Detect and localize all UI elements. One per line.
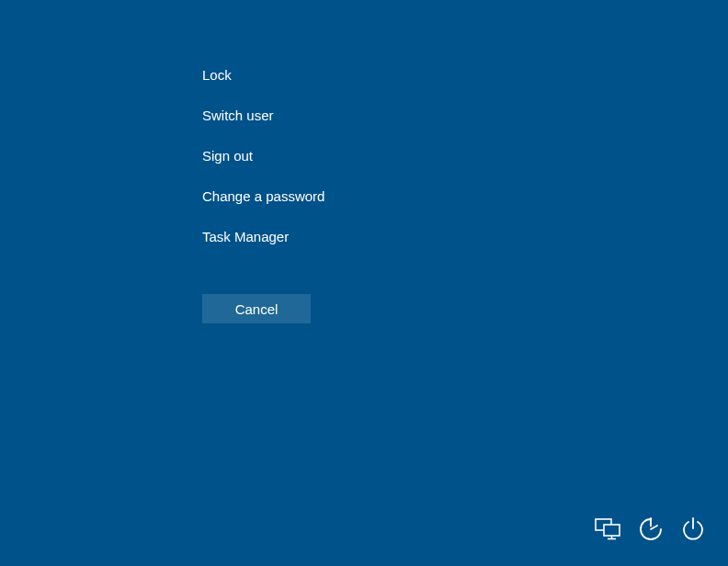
task-manager-option[interactable]: Task Manager bbox=[202, 229, 324, 245]
power-button[interactable] bbox=[680, 516, 706, 546]
sign-out-option[interactable]: Sign out bbox=[202, 148, 324, 164]
svg-rect-1 bbox=[604, 525, 620, 536]
network-icon bbox=[594, 517, 621, 545]
cancel-button[interactable]: Cancel bbox=[202, 294, 311, 323]
bottom-icon-bar bbox=[594, 516, 706, 546]
svg-line-5 bbox=[651, 526, 657, 529]
switch-user-option[interactable]: Switch user bbox=[202, 108, 324, 124]
power-icon bbox=[680, 516, 706, 546]
ease-of-access-icon bbox=[638, 516, 664, 546]
network-button[interactable] bbox=[594, 517, 621, 545]
ease-of-access-button[interactable] bbox=[638, 516, 664, 546]
lock-option[interactable]: Lock bbox=[202, 67, 324, 84]
security-options-menu: Lock Switch user Sign out Change a passw… bbox=[202, 67, 324, 269]
change-password-option[interactable]: Change a password bbox=[202, 188, 324, 205]
